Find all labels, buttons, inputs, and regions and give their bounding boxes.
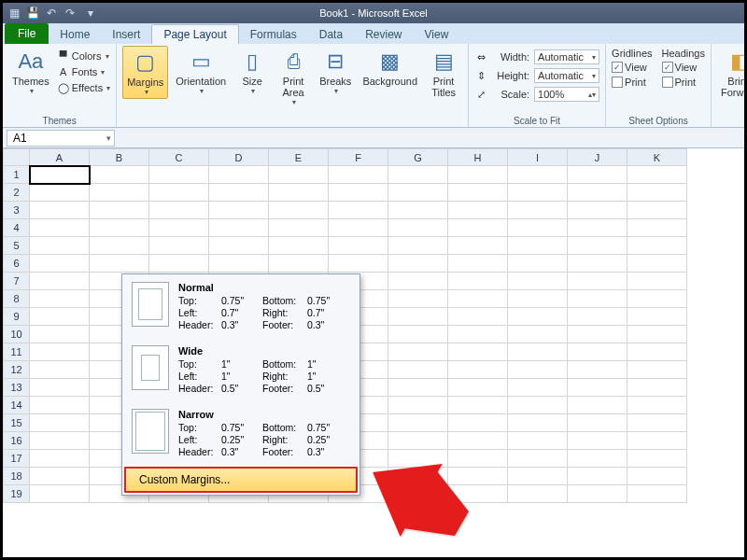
cell[interactable]	[508, 219, 568, 237]
headings-view-checkbox[interactable]: ✓View	[662, 61, 705, 74]
row-header[interactable]: 16	[4, 432, 30, 450]
margins-option-normal[interactable]: Normal Top:0.75"Bottom:0.75" Left:0.7"Ri…	[122, 274, 359, 338]
tab-formulas[interactable]: Formulas	[239, 25, 308, 44]
cell[interactable]	[508, 237, 568, 255]
cell[interactable]	[388, 237, 448, 255]
column-header[interactable]: K	[627, 149, 687, 166]
cell[interactable]	[568, 397, 627, 414]
name-box[interactable]: A1	[7, 130, 115, 147]
cell[interactable]	[388, 290, 448, 308]
tab-data[interactable]: Data	[308, 25, 354, 44]
cell[interactable]	[388, 184, 448, 202]
cell[interactable]	[30, 326, 90, 343]
cell[interactable]	[329, 237, 388, 255]
cell[interactable]	[448, 166, 508, 184]
cell[interactable]	[508, 308, 568, 326]
orientation-button[interactable]: ▭ Orientation▾	[172, 46, 230, 97]
cell[interactable]	[30, 361, 90, 379]
cell[interactable]	[568, 379, 627, 397]
cell[interactable]	[508, 255, 568, 273]
cell[interactable]	[568, 485, 627, 503]
cell[interactable]	[388, 343, 448, 361]
cell[interactable]	[209, 255, 269, 273]
cell[interactable]	[30, 290, 90, 308]
cell[interactable]	[388, 397, 448, 414]
tab-view[interactable]: View	[414, 25, 460, 44]
cell[interactable]	[627, 468, 687, 485]
row-header[interactable]: 17	[4, 450, 30, 468]
row-header[interactable]: 6	[4, 255, 30, 273]
worksheet-grid[interactable]: ABCDEFGHIJK12345678910111213141516171819…	[3, 148, 744, 557]
cell[interactable]	[388, 273, 448, 290]
cell[interactable]	[448, 237, 508, 255]
cell[interactable]	[329, 166, 388, 184]
cell[interactable]	[388, 432, 448, 450]
cell[interactable]	[448, 326, 508, 343]
cell[interactable]	[448, 397, 508, 414]
cell[interactable]	[30, 219, 90, 237]
cell[interactable]	[568, 343, 627, 361]
cell[interactable]	[568, 414, 627, 432]
cell[interactable]	[209, 166, 269, 184]
cell[interactable]	[448, 361, 508, 379]
cell[interactable]	[508, 343, 568, 361]
cell[interactable]	[568, 308, 627, 326]
row-header[interactable]: 1	[4, 166, 30, 184]
cell[interactable]	[209, 219, 269, 237]
column-header[interactable]: F	[329, 149, 388, 166]
cell[interactable]	[568, 290, 627, 308]
cell[interactable]	[209, 184, 269, 202]
cell[interactable]	[627, 290, 687, 308]
cell[interactable]	[388, 326, 448, 343]
themes-button[interactable]: Aa Themes ▾	[8, 46, 53, 97]
tab-home[interactable]: Home	[49, 25, 101, 44]
cell[interactable]	[269, 237, 329, 255]
cell[interactable]	[508, 379, 568, 397]
tab-file[interactable]: File	[5, 23, 49, 44]
cell[interactable]	[388, 202, 448, 219]
height-select[interactable]: Automatic▾	[534, 68, 599, 83]
cell[interactable]	[149, 237, 209, 255]
cell[interactable]	[508, 468, 568, 485]
fonts-button[interactable]: AFonts▾	[57, 64, 110, 79]
cell[interactable]	[30, 379, 90, 397]
cell[interactable]	[568, 166, 627, 184]
cell[interactable]	[30, 343, 90, 361]
cell[interactable]	[508, 166, 568, 184]
print-area-button[interactable]: ⎙ Print Area▾	[275, 46, 312, 108]
cell[interactable]	[568, 255, 627, 273]
cell[interactable]	[30, 432, 90, 450]
background-button[interactable]: ▩ Background	[359, 46, 421, 89]
cell[interactable]	[568, 361, 627, 379]
cell[interactable]	[448, 202, 508, 219]
row-header[interactable]: 3	[4, 202, 30, 219]
cell[interactable]	[448, 343, 508, 361]
cell[interactable]	[448, 273, 508, 290]
save-icon[interactable]: 💾	[25, 6, 40, 21]
cell[interactable]	[30, 485, 90, 503]
cell[interactable]	[627, 450, 687, 468]
tab-review[interactable]: Review	[354, 25, 413, 44]
column-header[interactable]: I	[508, 149, 568, 166]
cell[interactable]	[388, 166, 448, 184]
row-header[interactable]: 13	[4, 379, 30, 397]
cell[interactable]	[627, 414, 687, 432]
cell[interactable]	[627, 326, 687, 343]
row-header[interactable]: 18	[4, 468, 30, 485]
cell[interactable]	[329, 219, 388, 237]
qat-customize-icon[interactable]: ▾	[83, 6, 98, 21]
cell[interactable]	[448, 219, 508, 237]
cell[interactable]	[30, 450, 90, 468]
cell[interactable]	[627, 379, 687, 397]
cell[interactable]	[30, 237, 90, 255]
bring-forward-button[interactable]: ◧ Bring Forward	[717, 46, 747, 100]
scale-spinner[interactable]: 100%▴▾	[534, 87, 599, 102]
cell[interactable]	[209, 202, 269, 219]
row-header[interactable]: 8	[4, 290, 30, 308]
cell[interactable]	[448, 184, 508, 202]
undo-icon[interactable]: ↶	[44, 6, 59, 21]
cell[interactable]	[568, 237, 627, 255]
cell[interactable]	[149, 255, 209, 273]
cell[interactable]	[508, 397, 568, 414]
margins-option-wide[interactable]: Wide Top:1"Bottom:1" Left:1"Right:1" Hea…	[122, 338, 359, 401]
